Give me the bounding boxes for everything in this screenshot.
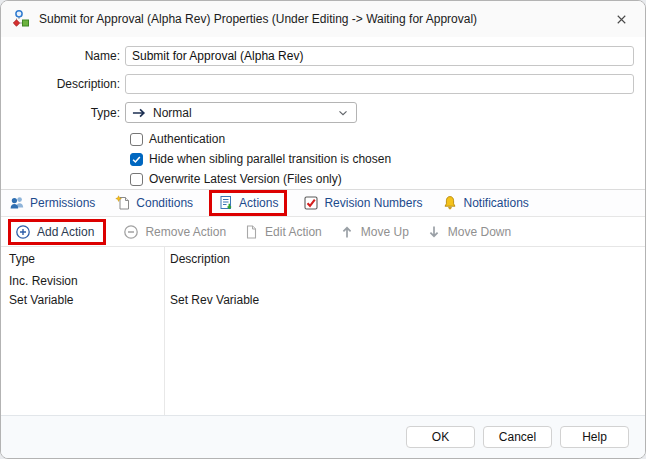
row-description-cell: Set Rev Variable: [164, 293, 645, 307]
checkbox-overwrite-latest[interactable]: Overwrite Latest Version (Files only): [130, 169, 645, 189]
add-action-button[interactable]: Add Action: [15, 224, 94, 240]
page-icon: [243, 224, 259, 240]
checkbox-hide-sibling-parallel[interactable]: Hide when sibling parallel transition is…: [130, 149, 645, 169]
type-label: Type:: [1, 106, 125, 120]
table-row[interactable]: Inc. Revision: [1, 271, 645, 290]
tab-label: Permissions: [30, 196, 95, 210]
form-area: Name: Description: Type: Normal Authenti: [1, 37, 645, 189]
checkbox-authentication[interactable]: Authentication: [130, 129, 645, 149]
help-button[interactable]: Help: [560, 426, 629, 448]
description-row: Description:: [1, 74, 645, 94]
tab-conditions[interactable]: Conditions: [115, 195, 193, 211]
tab-bar: Permissions Conditions: [1, 189, 645, 217]
type-row: Type: Normal: [1, 102, 645, 123]
arrow-up-icon: [339, 224, 355, 240]
dialog-footer: OK Cancel Help: [1, 415, 645, 458]
checkbox-box: [130, 153, 143, 166]
tab-permissions[interactable]: Permissions: [9, 195, 95, 211]
checkbox-group: Authentication Hide when sibling paralle…: [130, 129, 645, 189]
action-list-icon: [218, 195, 234, 211]
properties-dialog: Submit for Approval (Alpha Rev) Properti…: [0, 0, 646, 459]
checkbox-box: [130, 133, 143, 146]
bell-icon: [442, 195, 458, 211]
page-star-icon: [115, 195, 131, 211]
circle-plus-icon: [15, 224, 31, 240]
arrow-down-icon: [426, 224, 442, 240]
type-selected-value: Normal: [153, 106, 330, 120]
checkbox-label: Authentication: [149, 132, 225, 146]
chevron-down-icon: [336, 106, 350, 120]
tab-label: Actions: [239, 196, 278, 210]
annotation-box-actions-tab: Actions: [209, 190, 287, 216]
table-row[interactable]: Set Variable Set Rev Variable: [1, 290, 645, 309]
window-title: Submit for Approval (Alpha Rev) Properti…: [39, 12, 605, 26]
people-icon: [9, 195, 25, 211]
tab-revision-numbers[interactable]: Revision Numbers: [303, 195, 422, 211]
description-label: Description:: [1, 77, 125, 91]
edit-action-button[interactable]: Edit Action: [243, 224, 322, 240]
row-type-cell: Set Variable: [1, 293, 164, 307]
annotation-box-add-action: Add Action: [8, 219, 106, 245]
description-field[interactable]: [125, 74, 634, 94]
titlebar: Submit for Approval (Alpha Rev) Properti…: [1, 1, 645, 37]
table-header-row: Type Description: [1, 247, 645, 271]
remove-action-button[interactable]: Remove Action: [123, 224, 226, 240]
tab-notifications[interactable]: Notifications: [442, 195, 528, 211]
name-label: Name:: [1, 49, 125, 63]
name-field[interactable]: [125, 46, 634, 66]
column-header-type[interactable]: Type: [1, 252, 164, 266]
actions-toolbar: Add Action Remove Action Edit Action Mov…: [1, 217, 645, 247]
row-type-cell: Inc. Revision: [1, 274, 164, 288]
toolbar-button-label: Add Action: [37, 225, 94, 239]
tab-label: Notifications: [463, 196, 528, 210]
toolbar-button-label: Remove Action: [145, 225, 226, 239]
checkbox-box: [130, 173, 143, 186]
tab-label: Conditions: [136, 196, 193, 210]
cancel-button[interactable]: Cancel: [483, 426, 552, 448]
toolbar-button-label: Edit Action: [265, 225, 322, 239]
workflow-transition-icon: [11, 9, 31, 29]
close-button[interactable]: [605, 6, 637, 32]
checkbox-label: Hide when sibling parallel transition is…: [149, 152, 391, 166]
type-dropdown[interactable]: Normal: [125, 102, 357, 123]
close-icon: [614, 12, 629, 27]
column-header-description[interactable]: Description: [164, 252, 645, 266]
toolbar-button-label: Move Down: [448, 225, 511, 239]
tab-label: Revision Numbers: [324, 196, 422, 210]
toolbar-button-label: Move Up: [361, 225, 409, 239]
circle-minus-icon: [123, 224, 139, 240]
move-down-button[interactable]: Move Down: [426, 224, 511, 240]
right-arrow-icon: [132, 107, 147, 119]
move-up-button[interactable]: Move Up: [339, 224, 409, 240]
tab-actions[interactable]: Actions: [218, 195, 278, 211]
red-check-icon: [303, 195, 319, 211]
column-separator[interactable]: [164, 247, 165, 415]
actions-list: Type Description Inc. Revision Set Varia…: [1, 247, 645, 415]
checkbox-label: Overwrite Latest Version (Files only): [149, 172, 342, 186]
ok-button[interactable]: OK: [406, 426, 475, 448]
name-row: Name:: [1, 46, 645, 66]
